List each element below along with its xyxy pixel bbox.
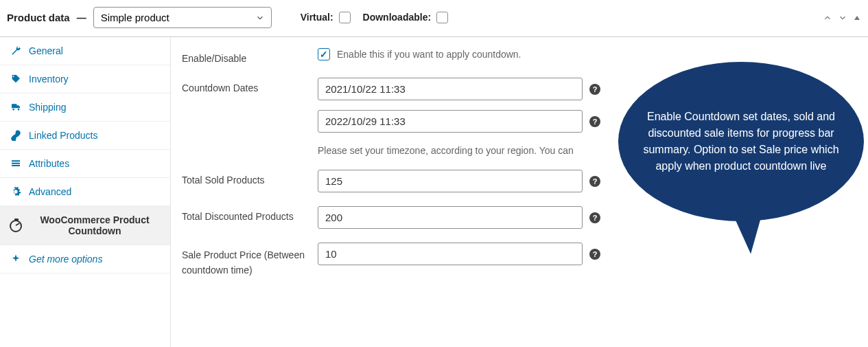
sidebar-item-advanced[interactable]: Advanced: [0, 178, 170, 206]
stopwatch-icon: [10, 219, 22, 232]
sale-price-input[interactable]: [318, 243, 583, 265]
sidebar-item-shipping[interactable]: Shipping: [0, 93, 170, 122]
panel-title: Product data: [7, 12, 70, 23]
virtual-label: Virtual:: [301, 12, 333, 23]
sale-price-label: Sale Product Price (Between countdown ti…: [182, 243, 311, 278]
sidebar-item-label: Advanced: [29, 186, 161, 197]
product-data-toolbar: Product data — Simple product Virtual: D…: [0, 0, 868, 37]
sidebar-item-label: Attributes: [29, 158, 161, 169]
sidebar-item-label: WooCommerce Product Countdown: [29, 214, 161, 236]
countdown-start-input[interactable]: [318, 78, 583, 100]
enable-disable-label: Enable/Disable: [182, 48, 311, 64]
panel-controls: [823, 13, 861, 23]
sidebar-item-get-more[interactable]: Get more options: [0, 245, 170, 273]
tag-icon: [10, 74, 22, 85]
help-icon[interactable]: ?: [589, 116, 600, 127]
link-icon: [10, 130, 22, 141]
product-flags: Virtual: Downloadable:: [301, 12, 448, 24]
product-type-select[interactable]: Simple product: [93, 7, 272, 28]
sidebar-item-attributes[interactable]: Attributes: [0, 150, 170, 178]
help-icon[interactable]: ?: [589, 249, 600, 260]
total-discounted-input[interactable]: [318, 206, 583, 229]
countdown-settings-panel: Enable/Disable ✓ Enable this if you want…: [171, 37, 868, 347]
dash: —: [77, 12, 86, 23]
sidebar-item-label: General: [29, 45, 161, 56]
sidebar-item-label: Linked Products: [29, 130, 161, 141]
sidebar-item-general[interactable]: General: [0, 37, 170, 65]
list-icon: [10, 158, 22, 169]
move-up-icon[interactable]: [823, 13, 832, 23]
total-discounted-label: Total Discounted Products: [182, 206, 311, 222]
gear-icon: [10, 186, 22, 197]
sidebar-item-label: Shipping: [29, 102, 161, 113]
help-icon[interactable]: ?: [589, 84, 600, 95]
help-icon[interactable]: ?: [589, 176, 600, 187]
sidebar-item-label: Get more options: [29, 254, 161, 265]
total-sold-input[interactable]: [318, 170, 583, 192]
info-callout: Enable Countdown set dates, sold and dis…: [618, 62, 864, 221]
sidebar-item-label: Inventory: [29, 74, 161, 85]
downloadable-checkbox[interactable]: [436, 12, 448, 23]
wrench-icon: [10, 45, 22, 56]
sidebar-item-linked-products[interactable]: Linked Products: [0, 122, 170, 150]
countdown-dates-label: Countdown Dates: [182, 78, 311, 93]
sparkle-icon: [10, 254, 22, 265]
move-down-icon[interactable]: [838, 13, 847, 23]
virtual-checkbox[interactable]: [339, 12, 351, 23]
enable-countdown-checkbox[interactable]: ✓: [318, 48, 330, 60]
downloadable-label: Downloadable:: [363, 12, 432, 23]
sidebar-item-inventory[interactable]: Inventory: [0, 65, 170, 93]
timezone-description: Please set your timezone, according to y…: [318, 142, 600, 156]
total-sold-label: Total Sold Products: [182, 170, 311, 186]
enable-countdown-description: Enable this if you want to apply countdo…: [337, 49, 521, 60]
collapse-icon[interactable]: [853, 14, 861, 22]
sidebar-item-countdown[interactable]: WooCommerce Product Countdown: [0, 206, 170, 245]
truck-icon: [10, 102, 22, 113]
countdown-end-input[interactable]: [318, 110, 583, 133]
product-data-tabs: General Inventory Shipping Linked Produc…: [0, 37, 171, 347]
help-icon[interactable]: ?: [589, 212, 600, 223]
info-callout-text: Enable Countdown set dates, sold and dis…: [640, 109, 842, 175]
